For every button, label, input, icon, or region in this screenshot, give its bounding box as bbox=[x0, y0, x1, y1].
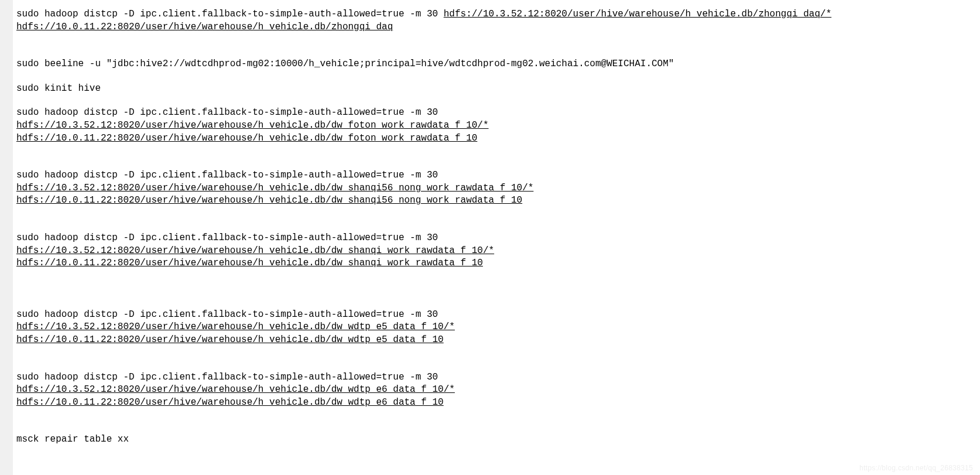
cmd-text: sudo kinit hive bbox=[16, 83, 976, 95]
distcp-block-3: sudo hadoop distcp -D ipc.client.fallbac… bbox=[16, 169, 976, 207]
distcp-block-1: sudo hadoop distcp -D ipc.client.fallbac… bbox=[16, 8, 976, 33]
hdfs-dst-link[interactable]: hdfs://10.0.11.22:8020/user/hive/warehou… bbox=[16, 22, 393, 32]
distcp-block-6: sudo hadoop distcp -D ipc.client.fallbac… bbox=[16, 371, 976, 409]
hdfs-src-link[interactable]: hdfs://10.3.52.12:8020/user/hive/warehou… bbox=[16, 384, 455, 395]
hdfs-src-link[interactable]: hdfs://10.3.52.12:8020/user/hive/warehou… bbox=[16, 120, 489, 131]
document-page: sudo hadoop distcp -D ipc.client.fallbac… bbox=[13, 0, 980, 475]
cmd-text: sudo hadoop distcp -D ipc.client.fallbac… bbox=[16, 309, 976, 322]
msck-line: msck repair table xx bbox=[16, 433, 976, 446]
distcp-block-4: sudo hadoop distcp -D ipc.client.fallbac… bbox=[16, 232, 976, 270]
watermark-text: https://blog.csdn.net/qq_26838315 bbox=[859, 463, 973, 473]
hdfs-dst-link[interactable]: hdfs://10.0.11.22:8020/user/hive/warehou… bbox=[16, 258, 483, 268]
hdfs-src-link[interactable]: hdfs://10.3.52.12:8020/user/hive/warehou… bbox=[16, 245, 494, 256]
cmd-text: sudo hadoop distcp -D ipc.client.fallbac… bbox=[16, 169, 976, 182]
kinit-line: sudo kinit hive bbox=[16, 83, 976, 95]
cmd-text: sudo hadoop distcp -D ipc.client.fallbac… bbox=[16, 9, 444, 19]
cmd-text: sudo beeline -u "jdbc:hive2://wdtcdhprod… bbox=[16, 58, 976, 71]
hdfs-src-link[interactable]: hdfs://10.3.52.12:8020/user/hive/warehou… bbox=[444, 9, 832, 19]
hdfs-dst-link[interactable]: hdfs://10.0.11.22:8020/user/hive/warehou… bbox=[16, 397, 444, 408]
beeline-line: sudo beeline -u "jdbc:hive2://wdtcdhprod… bbox=[16, 58, 976, 71]
cmd-text: sudo hadoop distcp -D ipc.client.fallbac… bbox=[16, 107, 976, 119]
distcp-block-5: sudo hadoop distcp -D ipc.client.fallbac… bbox=[16, 309, 976, 347]
cmd-text: sudo hadoop distcp -D ipc.client.fallbac… bbox=[16, 371, 976, 384]
hdfs-src-link[interactable]: hdfs://10.3.52.12:8020/user/hive/warehou… bbox=[16, 183, 533, 193]
distcp-block-2: sudo hadoop distcp -D ipc.client.fallbac… bbox=[16, 107, 976, 145]
hdfs-dst-link[interactable]: hdfs://10.0.11.22:8020/user/hive/warehou… bbox=[16, 133, 477, 143]
hdfs-src-link[interactable]: hdfs://10.3.52.12:8020/user/hive/warehou… bbox=[16, 322, 455, 332]
cmd-text: msck repair table xx bbox=[16, 433, 976, 446]
hdfs-dst-link[interactable]: hdfs://10.0.11.22:8020/user/hive/warehou… bbox=[16, 334, 444, 345]
cmd-text: sudo hadoop distcp -D ipc.client.fallbac… bbox=[16, 232, 976, 245]
hdfs-dst-link[interactable]: hdfs://10.0.11.22:8020/user/hive/warehou… bbox=[16, 195, 522, 206]
